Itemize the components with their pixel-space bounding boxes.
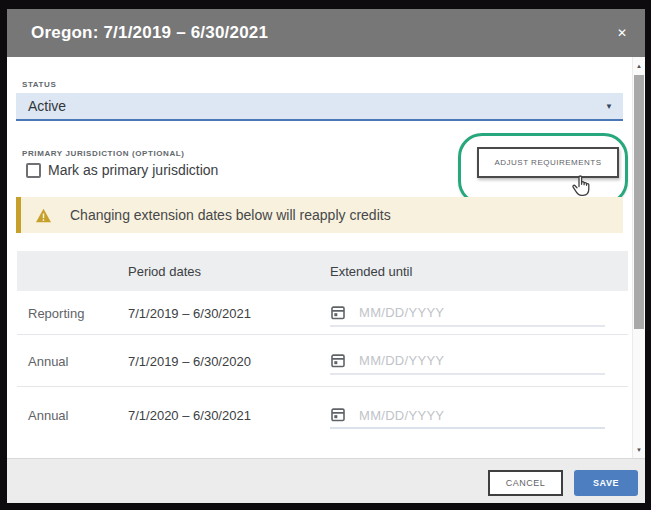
dialog-titlebar: Oregon: 7/1/2019 – 6/30/2021 ✕ — [7, 9, 645, 57]
adjust-requirements-button[interactable]: ADJUST REQUIREMENTS — [477, 147, 619, 178]
dialog-title: Oregon: 7/1/2019 – 6/30/2021 — [31, 23, 268, 43]
primary-jurisdiction-checkbox-label: Mark as primary jurisdiction — [48, 162, 218, 178]
warning-banner: Changing extension dates below will reap… — [16, 197, 623, 233]
row-type-label: Annual — [28, 408, 68, 423]
dialog-footer: CANCEL SAVE — [7, 458, 645, 503]
extended-until-date-input[interactable]: MM/DD/YYYY — [330, 347, 605, 374]
calendar-icon — [330, 352, 346, 368]
date-placeholder: MM/DD/YYYY — [359, 305, 444, 320]
row-type-label: Annual — [28, 353, 68, 368]
scroll-up-icon[interactable]: ▲ — [633, 59, 645, 72]
vertical-scrollbar[interactable]: ▲ ▼ — [632, 57, 645, 458]
close-icon[interactable]: ✕ — [613, 24, 631, 42]
row-type-label: Reporting — [28, 305, 84, 320]
column-header-extended-until: Extended until — [330, 264, 412, 279]
warning-text: Changing extension dates below will reap… — [70, 207, 391, 223]
chevron-down-icon: ▼ — [605, 102, 613, 111]
cancel-button[interactable]: CANCEL — [488, 470, 563, 496]
warning-icon — [35, 208, 52, 223]
primary-jurisdiction-checkbox[interactable] — [26, 163, 41, 178]
row-period-dates: 7/1/2019 – 6/30/2021 — [128, 305, 251, 320]
table-row: Annual 7/1/2019 – 6/30/2020 MM/DD/YYYY — [17, 335, 628, 387]
primary-jurisdiction-label: PRIMARY JURISDICTION (OPTIONAL) — [22, 149, 185, 158]
calendar-icon — [330, 407, 346, 423]
extended-until-date-input[interactable]: MM/DD/YYYY — [330, 299, 605, 326]
status-select[interactable]: Active ▼ — [16, 93, 623, 121]
column-header-period-dates: Period dates — [128, 264, 201, 279]
dialog-content: STATUS Active ▼ PRIMARY JURISDICTION (OP… — [7, 57, 645, 458]
scroll-down-icon[interactable]: ▼ — [633, 443, 645, 456]
date-placeholder: MM/DD/YYYY — [359, 353, 444, 368]
screenshot-frame: Oregon: 7/1/2019 – 6/30/2021 ✕ STATUS Ac… — [0, 0, 651, 510]
scrollbar-thumb[interactable] — [634, 75, 644, 329]
table-row: Annual 7/1/2020 – 6/30/2021 MM/DD/YYYY — [17, 387, 628, 443]
extended-until-date-input[interactable]: MM/DD/YYYY — [330, 402, 605, 429]
row-period-dates: 7/1/2020 – 6/30/2021 — [128, 408, 251, 423]
table-header-row: Period dates Extended until — [17, 251, 628, 291]
date-placeholder: MM/DD/YYYY — [359, 407, 444, 422]
save-button[interactable]: SAVE — [574, 470, 638, 496]
status-label: STATUS — [22, 80, 56, 89]
row-period-dates: 7/1/2019 – 6/30/2020 — [128, 353, 251, 368]
status-select-value: Active — [28, 98, 66, 114]
edit-jurisdiction-dialog: Oregon: 7/1/2019 – 6/30/2021 ✕ STATUS Ac… — [7, 9, 645, 503]
calendar-icon — [330, 304, 346, 320]
table-row: Reporting 7/1/2019 – 6/30/2021 MM/DD/YYY… — [17, 291, 628, 335]
